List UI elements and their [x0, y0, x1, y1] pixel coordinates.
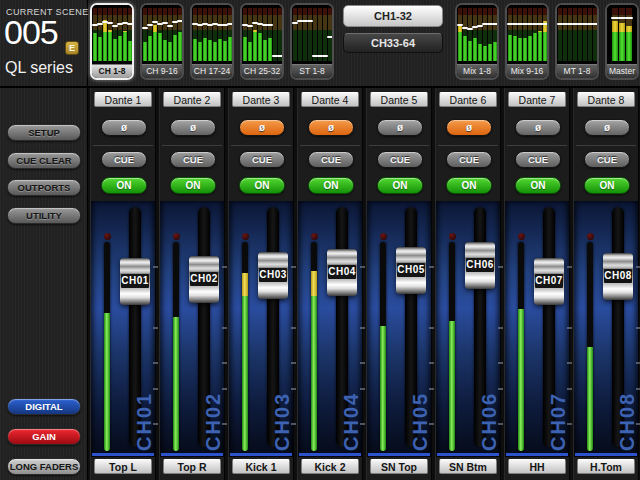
channel-name-label[interactable]: SN Btm: [439, 459, 497, 474]
phase-button[interactable]: ø: [515, 119, 561, 136]
cue-button[interactable]: CUE: [239, 151, 285, 168]
meter-column: [148, 8, 152, 61]
channel-port-label[interactable]: Dante 1: [94, 92, 152, 107]
fader-cap[interactable]: CH02: [189, 256, 219, 303]
cue-button[interactable]: CUE: [515, 151, 561, 168]
meter-block-ch-17-24[interactable]: CH 17-24: [190, 3, 234, 80]
channel-port-label[interactable]: Dante 5: [370, 92, 428, 107]
fader-cap[interactable]: CH04: [327, 249, 357, 296]
on-button[interactable]: ON: [515, 177, 561, 194]
meter-column: [93, 8, 97, 61]
fader-scale-tick: [153, 266, 158, 268]
on-button[interactable]: ON: [239, 177, 285, 194]
meter-block-ch-9-16[interactable]: CH 9-16: [140, 3, 184, 80]
channel-port-label[interactable]: Dante 7: [508, 92, 566, 107]
meter-column: [463, 8, 467, 61]
channel-name-label[interactable]: Top L: [94, 459, 152, 474]
fader-cap[interactable]: CH06: [465, 242, 495, 289]
output-meter-blocks: Mix 1-8Mix 9-16MT 1-8Master: [455, 3, 639, 80]
fader-cap[interactable]: CH01: [120, 258, 150, 305]
layer-button-ch1-32[interactable]: CH1-32: [343, 5, 443, 27]
meter-block-st-1-8[interactable]: ST 1-8: [290, 3, 334, 80]
fader-cap[interactable]: CH03: [258, 252, 288, 299]
meter-column: [198, 8, 202, 61]
channel-name-label[interactable]: Top R: [163, 459, 221, 474]
meter-fill-green: [380, 326, 386, 451]
digital-button[interactable]: DIGITAL: [7, 398, 81, 415]
fader-cap-label: CH02: [190, 272, 218, 286]
meter-track: [104, 242, 110, 451]
meter-block-mix-1-8[interactable]: Mix 1-8: [455, 3, 499, 80]
gain-button[interactable]: GAIN: [7, 428, 81, 445]
on-button[interactable]: ON: [446, 177, 492, 194]
meter-track: [449, 242, 455, 451]
setup-button[interactable]: SETUP: [7, 124, 81, 141]
channel-name-label[interactable]: Kick 2: [301, 459, 359, 474]
strip-accent-line: [575, 453, 637, 456]
meter-column: [493, 8, 497, 61]
on-button[interactable]: ON: [101, 177, 147, 194]
peak-indicator: [518, 233, 525, 240]
meter-track: [587, 242, 593, 451]
cue-clear-button[interactable]: CUE CLEAR: [7, 152, 81, 169]
peak-indicator: [104, 233, 111, 240]
phase-button[interactable]: ø: [101, 119, 147, 136]
phase-button[interactable]: ø: [170, 119, 216, 136]
layer-button-ch33-64[interactable]: CH33-64: [343, 33, 443, 53]
meter-block-mt-1-8[interactable]: MT 1-8: [555, 3, 599, 80]
outports-button[interactable]: OUTPORTS: [7, 179, 81, 196]
meter-block-ch-1-8[interactable]: CH 1-8: [90, 3, 134, 80]
channel-port-label[interactable]: Dante 8: [577, 92, 635, 107]
long-faders-button[interactable]: LONG FADERS: [7, 458, 81, 475]
channel-name-label[interactable]: Kick 1: [232, 459, 290, 474]
phase-button[interactable]: ø: [584, 119, 630, 136]
cue-button[interactable]: CUE: [101, 151, 147, 168]
fader-cap[interactable]: CH05: [396, 247, 426, 294]
meter-fill-green: [173, 317, 179, 451]
meter-block-master[interactable]: Master: [605, 3, 639, 80]
phase-button[interactable]: ø: [308, 119, 354, 136]
meter-columns: [92, 5, 132, 64]
fader-scale-tick: [636, 266, 640, 268]
cue-button[interactable]: CUE: [377, 151, 423, 168]
meter-columns: [507, 5, 547, 64]
on-button[interactable]: ON: [170, 177, 216, 194]
scene-number[interactable]: 005: [4, 13, 58, 52]
meter-block-label: CH 1-8: [92, 64, 132, 78]
strip-divider: [162, 145, 222, 146]
phase-button[interactable]: ø: [239, 119, 285, 136]
phase-button[interactable]: ø: [377, 119, 423, 136]
phase-button[interactable]: ø: [446, 119, 492, 136]
channel-port-label[interactable]: Dante 6: [439, 92, 497, 107]
fader-cap[interactable]: CH08: [603, 253, 633, 300]
channel-id-text: CH08: [616, 301, 639, 451]
cue-button[interactable]: CUE: [446, 151, 492, 168]
cue-button[interactable]: CUE: [584, 151, 630, 168]
on-button[interactable]: ON: [377, 177, 423, 194]
channel-port-label[interactable]: Dante 2: [163, 92, 221, 107]
utility-button[interactable]: UTILITY: [7, 207, 81, 224]
meter-columns: [607, 5, 637, 64]
meter-column: [248, 8, 252, 61]
on-button[interactable]: ON: [584, 177, 630, 194]
channel-name-label[interactable]: SN Top: [370, 459, 428, 474]
meter-block-label: ST 1-8: [292, 64, 332, 78]
meter-column: [458, 8, 462, 61]
channel-name-label[interactable]: H.Tom: [577, 459, 635, 474]
meter-block-mix-9-16[interactable]: Mix 9-16: [505, 3, 549, 80]
cue-button[interactable]: CUE: [170, 151, 216, 168]
meter-block-label: CH 9-16: [142, 64, 182, 78]
on-button[interactable]: ON: [308, 177, 354, 194]
strip-accent-line: [92, 453, 154, 456]
channel-strip-ch07: Dante 7 ø CUE ON CH07 CH07 HH: [504, 88, 570, 480]
channel-strip-ch06: Dante 6 ø CUE ON CH06 CH06 SN: [435, 88, 501, 480]
meter-column: [163, 8, 167, 61]
cue-button[interactable]: CUE: [308, 151, 354, 168]
meter-block-ch-25-32[interactable]: CH 25-32: [240, 3, 284, 80]
scene-panel: CURRENT SCENE 005 E QL series: [0, 0, 88, 88]
channel-name-label[interactable]: HH: [508, 459, 566, 474]
channel-port-label[interactable]: Dante 4: [301, 92, 359, 107]
channel-port-label[interactable]: Dante 3: [232, 92, 290, 107]
fader-cap[interactable]: CH07: [534, 258, 564, 305]
meter-columns: [292, 5, 332, 64]
